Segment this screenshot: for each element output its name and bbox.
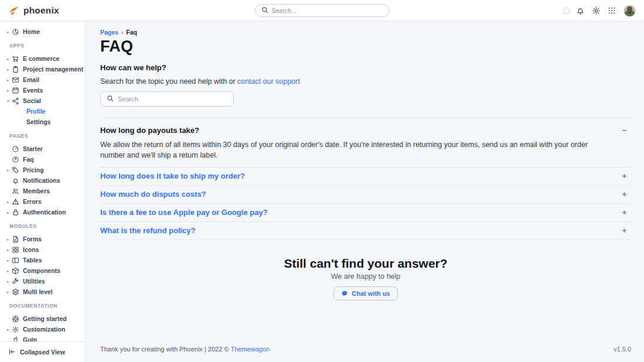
faq-question-row[interactable]: What is the refund policy?+ [100, 222, 631, 240]
page-footer: Thank you for creating with Phoenix | 20… [86, 340, 644, 362]
navbar-search[interactable] [255, 4, 390, 17]
sidebar-item-icons[interactable]: ▸Icons [0, 244, 85, 255]
brand-logo[interactable]: phoenix [0, 5, 59, 16]
chat-bubble-icon [341, 290, 348, 297]
help-heading: How can we help? [100, 63, 631, 72]
faq-item: How long does it take to ship my order?+ [100, 168, 631, 186]
sidebar-item-label: Gulp [23, 336, 37, 341]
sidebar-item-label: Authentication [23, 209, 66, 216]
breadcrumb-pages-link[interactable]: Pages [100, 29, 118, 36]
tool-icon [12, 278, 19, 285]
app-version: v1.5.0 [614, 346, 631, 353]
sidebar-item-email[interactable]: ▸Email [0, 74, 85, 85]
sidebar-item-label: Members [23, 187, 50, 194]
expand-plus-icon[interactable]: + [619, 171, 629, 182]
expand-plus-icon[interactable]: + [619, 189, 629, 200]
sidebar-nav: ▸HomeAPPS▸E commerce▸Project management▸… [0, 22, 85, 341]
share-icon [12, 97, 19, 105]
cta-section: Still can't find your answer? We are hap… [100, 257, 631, 300]
sidebar-item-errors[interactable]: ▸Errors [0, 196, 85, 207]
sidebar-item-label: Forms [23, 235, 42, 243]
caret-right-icon: ▸ [7, 200, 12, 204]
faq-question-row[interactable]: Is there a fee to use Apple pay or Googl… [100, 204, 631, 221]
user-avatar[interactable] [623, 5, 636, 17]
sidebar-item-label: Events [23, 87, 43, 94]
collapsed-view-label: Collapsed View [20, 349, 65, 356]
sidebar: ▸HomeAPPS▸E commerce▸Project management▸… [0, 22, 86, 362]
sidebar-item-label: Faq [23, 156, 34, 163]
chat-with-us-button[interactable]: Chat with us [333, 286, 397, 300]
sidebar-item-customization[interactable]: ▸Customization [0, 324, 85, 334]
collapsed-view-button[interactable]: Collapsed View [0, 341, 85, 362]
sidebar-item-multi-level[interactable]: ▸Multi level [0, 286, 85, 297]
sidebar-item-forms[interactable]: ▸Forms [0, 234, 85, 244]
sidebar-subitem-profile[interactable]: Profile [0, 106, 85, 117]
faq-question-row[interactable]: How long do payouts take?− [100, 118, 631, 137]
sidebar-item-authentication[interactable]: ▸Authentication [0, 207, 85, 217]
contact-support-link[interactable]: contact our support [237, 77, 300, 86]
expand-plus-icon[interactable]: + [619, 207, 629, 218]
breadcrumb-current: Faq [126, 29, 137, 36]
sidebar-item-gulp[interactable]: Gulp [0, 334, 85, 341]
sidebar-item-label: Project management [23, 66, 83, 73]
faq-search[interactable] [100, 91, 234, 107]
theme-toggle[interactable] [563, 8, 570, 14]
chat-button-label: Chat with us [352, 290, 390, 297]
sidebar-item-pricing[interactable]: ▸Pricing [0, 165, 85, 175]
tag-icon [12, 166, 19, 174]
calendar-icon [12, 87, 19, 94]
bell-icon[interactable] [575, 5, 585, 16]
sidebar-subitem-settings[interactable]: Settings [0, 117, 85, 127]
faq-accordion: How long do payouts take?−We allow the r… [100, 118, 631, 240]
faq-item: How long do payouts take?−We allow the r… [100, 118, 631, 168]
sidebar-item-components[interactable]: ▸Components [0, 265, 85, 276]
sidebar-item-home[interactable]: ▸Home [0, 26, 85, 37]
sidebar-item-events[interactable]: ▸Events [0, 85, 85, 95]
sidebar-item-label: Social [23, 97, 41, 104]
intro-text: Search for the topic you need help with … [100, 77, 631, 86]
cart-icon [12, 55, 19, 63]
top-navbar: phoenix [0, 0, 644, 22]
sidebar-item-starter[interactable]: Starter [0, 144, 85, 154]
sidebar-item-project-management[interactable]: ▸Project management [0, 64, 85, 74]
gear-icon[interactable] [591, 5, 601, 16]
expand-plus-icon[interactable]: + [619, 226, 629, 236]
page-title: FAQ [100, 37, 631, 56]
faq-answer: We allow the return of all items within … [100, 137, 631, 167]
sidebar-item-tables[interactable]: ▸Tables [0, 255, 85, 265]
caret-right-icon: ▸ [7, 279, 12, 284]
caret-right-icon: ▸ [7, 57, 12, 61]
sidebar-item-label: Utilities [23, 278, 45, 285]
faq-question-row[interactable]: How long does it take to ship my order?+ [100, 168, 631, 185]
sidebar-item-notifications[interactable]: Notifications [0, 175, 85, 186]
navbar-search-input[interactable] [272, 7, 383, 14]
apps-grid-icon[interactable] [606, 5, 617, 16]
faq-search-input[interactable] [118, 95, 227, 103]
sidebar-item-label: Components [23, 267, 60, 274]
collapse-minus-icon[interactable]: − [619, 125, 629, 136]
help-circle-icon [12, 156, 19, 163]
sidebar-item-label: Starter [23, 145, 43, 152]
caret-right-icon: ▸ [7, 269, 12, 273]
themewagon-link[interactable]: Themewagon [230, 346, 270, 353]
sidebar-item-e-commerce[interactable]: ▸E commerce [0, 53, 85, 64]
sidebar-item-label: Email [23, 76, 39, 83]
caret-right-icon: ▸ [7, 237, 12, 241]
sidebar-item-utilities[interactable]: ▸Utilities [0, 276, 85, 286]
sidebar-section-label-pages: PAGES [0, 132, 85, 140]
caret-right-icon: ▸ [7, 168, 12, 172]
sidebar-item-label: Customization [23, 326, 65, 333]
sidebar-section-label-apps: APPS [0, 42, 85, 50]
faq-question: How long does it take to ship my order? [100, 171, 245, 182]
footer-text: Thank you for creating with Phoenix | 20… [100, 346, 229, 353]
cta-title: Still can't find your answer? [100, 257, 631, 271]
sidebar-item-faq[interactable]: Faq [0, 154, 85, 165]
cta-subtitle: We are happy to help [100, 272, 631, 281]
sidebar-item-members[interactable]: Members [0, 186, 85, 196]
faq-question-row[interactable]: How much do disputs costs?+ [100, 186, 631, 203]
lock-icon [12, 209, 19, 216]
caret-down-icon: ▾ [7, 99, 12, 103]
sidebar-item-social[interactable]: ▾Social [0, 95, 85, 106]
intro-text-span: Search for the topic you need help with … [100, 77, 236, 86]
sidebar-item-getting-started[interactable]: Getting started [0, 313, 85, 324]
